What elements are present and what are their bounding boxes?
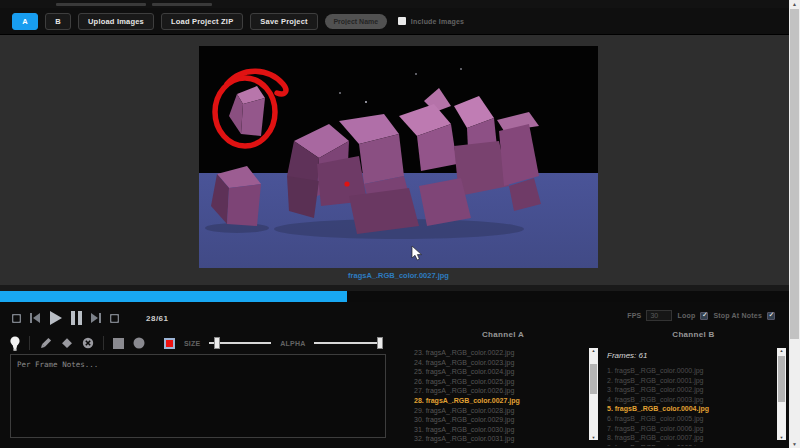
color-swatch[interactable]: [164, 338, 175, 349]
clear-annotations-icon[interactable]: [82, 337, 94, 349]
file-list-item[interactable]: 28. fragsA_.RGB_color.0027.jpg: [414, 396, 584, 406]
image-viewer-canvas[interactable]: [199, 46, 598, 268]
fps-label: FPS: [627, 312, 641, 319]
save-project-button[interactable]: Save Project: [250, 13, 317, 30]
loop-label: Loop: [677, 312, 695, 319]
file-list-item[interactable]: 6. fragsB_.RGB_color.0005.jpg: [607, 414, 772, 424]
playback-options: FPS Loop Stop At Notes: [627, 310, 775, 321]
scroll-up-arrow[interactable]: ▲: [789, 1, 800, 7]
channel-b-title: Channel B: [601, 330, 786, 346]
first-frame-button[interactable]: [12, 314, 21, 323]
current-frame-caption: fragsA_.RGB_color.0027.jpg: [199, 271, 598, 280]
channel-b-list: Frames: 61 1. fragsB_.RGB_color.0000.jpg…: [601, 346, 786, 446]
transport-controls: 28/61: [12, 308, 169, 328]
file-list-item[interactable]: 24. fragsA_.RGB_color.0023.jpg: [414, 358, 584, 368]
draw-toolbar: SIZE ALPHA: [10, 332, 380, 354]
alpha-slider[interactable]: [314, 337, 380, 349]
size-label: SIZE: [184, 340, 200, 347]
alpha-slider-track: [314, 342, 380, 344]
top-toolbar: A B Upload Images Load Project ZIP Save …: [0, 8, 789, 35]
size-slider[interactable]: [209, 337, 271, 349]
fps-input[interactable]: [646, 310, 672, 321]
file-list-item[interactable]: 3. fragsB_.RGB_color.0002.jpg: [607, 385, 772, 395]
file-list-item[interactable]: 30. fragsA_.RGB_color.0029.jpg: [414, 415, 584, 425]
annotation-dot: [344, 181, 349, 186]
upload-images-button[interactable]: Upload Images: [78, 13, 154, 30]
last-frame-button[interactable]: [110, 314, 119, 323]
file-list-item[interactable]: 23. fragsA_.RGB_color.0022.jpg: [414, 348, 584, 358]
file-list-item[interactable]: 9. fragsB_.RGB_color.0008.jpg: [607, 443, 772, 446]
file-list-item[interactable]: 26. fragsA_.RGB_color.0025.jpg: [414, 377, 584, 387]
file-list-item[interactable]: 8. fragsB_.RGB_color.0007.jpg: [607, 433, 772, 443]
file-list-item[interactable]: 31. fragsA_.RGB_color.0030.jpg: [414, 425, 584, 435]
toolbar-divider: [103, 336, 104, 350]
clipped-text-fragment: [152, 3, 212, 6]
per-frame-notes-input[interactable]: [10, 354, 386, 438]
file-list-item[interactable]: 4. fragsB_.RGB_color.0003.jpg: [607, 395, 772, 405]
browser-scroll-thumb[interactable]: [790, 9, 799, 339]
browser-scrollbar[interactable]: ▲ ▼: [789, 0, 800, 448]
stop-at-notes-label: Stop At Notes: [713, 312, 762, 319]
file-list-item[interactable]: 1. fragsB_.RGB_color.0000.jpg: [607, 366, 772, 376]
play-button[interactable]: [49, 311, 62, 325]
file-list-item[interactable]: 27. fragsA_.RGB_color.0026.jpg: [414, 386, 584, 396]
channel-a-title: Channel A: [408, 330, 598, 346]
file-list-item[interactable]: 7. fragsB_.RGB_color.0006.jpg: [607, 424, 772, 434]
clipped-text-fragment: [56, 3, 146, 6]
include-images-label: Include Images: [411, 18, 464, 25]
timeline-scrubber[interactable]: [0, 291, 789, 302]
channel-a-scrollbar[interactable]: ▲ ▼: [589, 348, 598, 440]
frames-count-note: Frames: 61: [607, 351, 772, 360]
file-list-item[interactable]: 33. fragsA_.RGB_color.0032.jpg: [414, 444, 584, 446]
file-list-item[interactable]: 29. fragsA_.RGB_color.0028.jpg: [414, 406, 584, 416]
channel-b-scroll-thumb[interactable]: [778, 356, 785, 402]
toolbar-spacer: [154, 336, 155, 350]
toolbar-divider: [29, 336, 30, 350]
file-list-item[interactable]: 32. fragsA_.RGB_color.0031.jpg: [414, 434, 584, 444]
bottom-panel: 28/61 FPS Loop Stop At Notes: [0, 302, 789, 448]
eraser-tool-icon[interactable]: [61, 337, 73, 349]
pause-button[interactable]: [71, 311, 82, 325]
channel-a-scroll-thumb[interactable]: [590, 364, 597, 394]
alpha-slider-handle[interactable]: [377, 337, 383, 349]
project-name-input[interactable]: [325, 14, 387, 29]
scroll-down-arrow[interactable]: ▼: [789, 441, 800, 447]
channel-b-panel: Channel B Frames: 61 1. fragsB_.RGB_colo…: [601, 330, 786, 448]
previous-frame-button[interactable]: [30, 313, 40, 323]
next-frame-button[interactable]: [91, 313, 101, 323]
flipbook-review-app: A B Upload Images Load Project ZIP Save …: [0, 0, 800, 448]
file-list-item[interactable]: 2. fragsB_.RGB_color.0001.jpg: [607, 376, 772, 386]
square-shape-tool-icon[interactable]: [113, 338, 124, 349]
alpha-label: ALPHA: [280, 340, 305, 347]
size-slider-handle[interactable]: [214, 337, 220, 349]
channel-b-button[interactable]: B: [45, 13, 71, 30]
clipped-header-content: [0, 0, 789, 8]
frame-image: [199, 46, 598, 268]
channel-a-panel: Channel A 23. fragsA_.RGB_color.0022.jpg…: [408, 330, 598, 448]
stop-at-notes-checkbox[interactable]: [767, 312, 775, 320]
timeline-progress-fill: [0, 291, 347, 302]
circle-shape-tool-icon[interactable]: [133, 337, 145, 349]
file-list-item[interactable]: 5. fragsB_.RGB_color.0004.jpg: [607, 404, 772, 414]
load-project-zip-button[interactable]: Load Project ZIP: [161, 13, 243, 30]
frame-counter: 28/61: [146, 314, 169, 323]
pencil-tool-icon[interactable]: [39, 337, 52, 350]
include-images-checkbox[interactable]: [398, 17, 406, 25]
channel-a-button[interactable]: A: [12, 13, 38, 30]
file-list-item[interactable]: 25. fragsA_.RGB_color.0024.jpg: [414, 367, 584, 377]
lightbulb-icon[interactable]: [10, 336, 20, 351]
channel-b-scrollbar[interactable]: ▲ ▼: [777, 348, 786, 440]
channel-a-list: 23. fragsA_.RGB_color.0022.jpg24. fragsA…: [408, 346, 598, 446]
loop-checkbox[interactable]: [700, 312, 708, 320]
